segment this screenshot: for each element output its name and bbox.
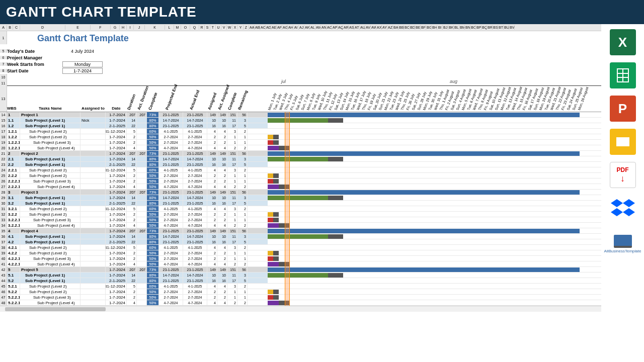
- table-row[interactable]: 333.2.2.1Sub Project (Level 3)1-7-202425…: [0, 217, 601, 223]
- table-row[interactable]: 394.2.2Sub Project (Level 2)1-7-2024250%…: [0, 250, 601, 256]
- assigned-cell: [80, 134, 106, 139]
- table-row[interactable]: 171.2.1Sub Project (Level 2)31-12-202456…: [0, 129, 601, 134]
- table-row[interactable]: 343.2.2.1.1Sub Project (Level 4)1-7-2024…: [0, 223, 601, 228]
- table-row[interactable]: 283Project 31-7-202420720773%23-1-202523…: [0, 190, 601, 195]
- assigned-cell: [80, 256, 106, 261]
- task-cell: Sub Project (Level 1): [20, 273, 80, 278]
- remaining-cell: 5: [237, 201, 248, 206]
- table-row[interactable]: 212Project 21-7-202420720773%23-1-202523…: [0, 151, 601, 156]
- assigned-cell: [80, 250, 106, 255]
- act-duration-cell: [137, 134, 147, 139]
- assigned-cell: [80, 239, 106, 244]
- table-row[interactable]: 313.2.1Sub Project (Level 2)31-12-202456…: [0, 206, 601, 212]
- table-row[interactable]: 384.2.1Sub Project (Level 2)31-12-202456…: [0, 245, 601, 250]
- wbs-cell: 3.2.2.1.1: [7, 223, 20, 228]
- table-row[interactable]: 465.2.2Sub Project (Level 2)1-7-2024250%…: [0, 289, 601, 295]
- task-cell: Sub Project (Level 1): [20, 278, 80, 283]
- table-row[interactable]: 354Project 41-7-202420720773%23-1-202523…: [0, 228, 601, 234]
- date-cell: 2-1-2025: [106, 123, 127, 128]
- task-cell: Sub Project (Level 2): [20, 212, 80, 217]
- complete-cell: 80%: [147, 201, 159, 206]
- projected-end-cell: 23-1-2025: [159, 239, 183, 244]
- allbusinesstemplate-icon[interactable]: AllBusinessTemplate: [610, 228, 636, 259]
- act-duration-cell: [137, 178, 147, 184]
- table-row[interactable]: 141Project 11-7-202420720773%23-1-202523…: [0, 112, 601, 118]
- actual-end-cell: 2-7-2024: [183, 250, 207, 255]
- row-num: 25: [0, 173, 7, 178]
- table-row[interactable]: 303.2Sub Project (Level 1)2-1-20252280%2…: [0, 201, 601, 206]
- complete-cell: 73%: [147, 151, 159, 156]
- start-value[interactable]: 1-7-2024: [62, 68, 103, 74]
- start-label: Start Date: [7, 68, 62, 73]
- powerpoint-icon[interactable]: P: [610, 96, 636, 122]
- table-row[interactable]: 181.2.2Sub Project (Level 2)1-7-2024250%…: [0, 134, 601, 140]
- table-row[interactable]: 151.1Sub Project (Level 1)Nick1-7-202414…: [0, 118, 601, 123]
- complete-num-cell: 2: [227, 145, 237, 150]
- row-num: 33: [0, 217, 7, 222]
- table-row[interactable]: 161.2Sub Project (Level 1)2-1-20252280%2…: [0, 123, 601, 129]
- table-row[interactable]: 222.1Sub Project (Level 1)1-7-20241480%1…: [0, 156, 601, 162]
- wbs-cell: 3.2.1: [7, 206, 20, 211]
- remaining-cell: 2: [237, 284, 248, 289]
- complete-cell: 80%: [147, 273, 159, 278]
- table-row[interactable]: 364.1Sub Project (Level 1)1-7-20241480%1…: [0, 234, 601, 239]
- complete-cell: 80%: [147, 118, 159, 123]
- gantt-cell: [268, 173, 601, 178]
- table-row[interactable]: 242.2.1Sub Project (Level 2)31-12-202456…: [0, 167, 601, 173]
- hdr-duration: Duration: [127, 109, 131, 111]
- act-duration-cell: 207: [137, 112, 147, 117]
- table-row[interactable]: 414.2.2.1.1Sub Project (Level 4)1-7-2024…: [0, 261, 601, 267]
- projected-end-cell: 23-1-2025: [159, 162, 183, 167]
- table-row[interactable]: 232.2Sub Project (Level 1)2-1-20252280%2…: [0, 162, 601, 167]
- wbs-cell: 3.1: [7, 195, 20, 200]
- projected-end-cell: 2-7-2024: [159, 256, 183, 261]
- row-num: 5: [0, 49, 7, 53]
- table-row[interactable]: 323.2.2Sub Project (Level 2)1-7-2024250%…: [0, 212, 601, 217]
- complete-cell: 50%: [147, 295, 159, 300]
- scroll-thumb[interactable]: [5, 307, 106, 311]
- table-row[interactable]: 252.2.2Sub Project (Level 2)1-7-2024250%…: [0, 173, 601, 178]
- remaining-cell: 3: [237, 273, 248, 278]
- excel-icon[interactable]: X: [610, 29, 636, 55]
- actual-end-cell: 23-1-2025: [183, 278, 207, 283]
- act-duration-cell: [137, 261, 147, 266]
- date-cell: 1-7-2024: [106, 228, 127, 233]
- table-row[interactable]: 191.2.2.1Sub Project (Level 3)1-7-202425…: [0, 140, 601, 145]
- table-row[interactable]: 485.2.2.1.1Sub Project (Level 4)1-7-2024…: [0, 300, 601, 306]
- google-sheets-icon[interactable]: [610, 62, 636, 88]
- table-row[interactable]: 455.2.1Sub Project (Level 2)31-12-202456…: [0, 284, 601, 289]
- duration-cell: 22: [127, 123, 137, 128]
- google-slides-icon[interactable]: [610, 129, 636, 155]
- duration-cell: 14: [127, 273, 137, 278]
- table-row[interactable]: 262.2.2.1Sub Project (Level 3)1-7-202425…: [0, 178, 601, 184]
- act-assigned-cell: 10: [217, 118, 227, 123]
- table-row[interactable]: 435.1Sub Project (Level 1)1-7-20241480%1…: [0, 273, 601, 278]
- export-sidebar: X P PDF↓ AllBusinessTemplate: [601, 24, 644, 312]
- assigned-cell: [80, 123, 106, 128]
- projected-end-cell: 14-7-2024: [159, 273, 183, 278]
- hdr-task: Tasks Name: [20, 106, 80, 112]
- task-cell: Sub Project (Level 2): [20, 289, 80, 294]
- horizontal-scrollbar[interactable]: [0, 306, 601, 312]
- complete-num-cell: 1: [227, 295, 237, 300]
- gantt-bar: [328, 157, 343, 161]
- gantt-bar: [268, 190, 580, 195]
- week-value[interactable]: Monday: [62, 61, 103, 67]
- hdr-wbs: WBS: [7, 106, 20, 112]
- task-cell: Sub Project (Level 2): [20, 250, 80, 255]
- table-row[interactable]: 404.2.2.1Sub Project (Level 3)1-7-202425…: [0, 256, 601, 261]
- table-row[interactable]: 201.2.2.1.1Sub Project (Level 4)1-7-2024…: [0, 145, 601, 151]
- pdf-icon[interactable]: PDF↓: [610, 162, 636, 188]
- complete-cell: 50%: [147, 145, 159, 150]
- date-cell: 1-7-2024: [106, 217, 127, 222]
- projected-end-cell: 2-7-2024: [159, 289, 183, 294]
- table-row[interactable]: 374.2Sub Project (Level 1)2-1-20252280%2…: [0, 239, 601, 245]
- gantt-bar: [328, 234, 343, 239]
- table-row[interactable]: 272.2.2.1.1Sub Project (Level 4)1-7-2024…: [0, 184, 601, 190]
- table-row[interactable]: 425Project 51-7-202420720773%23-1-202523…: [0, 267, 601, 273]
- wbs-cell: 4.1: [7, 234, 20, 239]
- table-row[interactable]: 445.2Sub Project (Level 1)2-1-20252280%2…: [0, 278, 601, 284]
- table-row[interactable]: 475.2.2.1Sub Project (Level 3)1-7-202425…: [0, 295, 601, 300]
- dropbox-icon[interactable]: [610, 195, 636, 221]
- table-row[interactable]: 293.1Sub Project (Level 1)1-7-20241480%1…: [0, 195, 601, 201]
